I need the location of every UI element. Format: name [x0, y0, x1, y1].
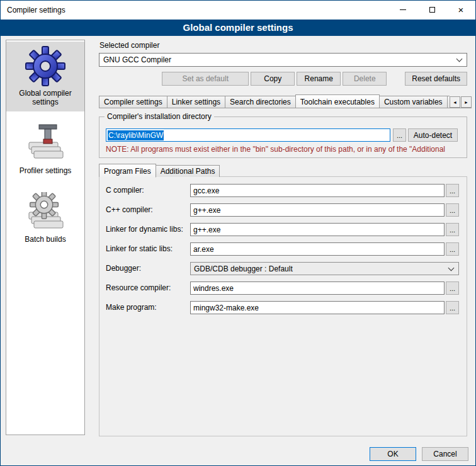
- compiler-dropdown-value: GNU GCC Compiler: [99, 55, 457, 64]
- close-icon: ×: [458, 5, 464, 14]
- programs-subtabstrip: Program Files Additional Paths: [99, 163, 467, 177]
- debugger-dropdown[interactable]: GDB/CDB debugger : Default: [190, 262, 459, 275]
- tabs-clip: Compiler settings Linker settings Search…: [99, 94, 450, 108]
- window-controls: ×: [388, 1, 475, 20]
- ok-button[interactable]: OK: [370, 447, 416, 461]
- batch-builds-icon: [25, 192, 65, 232]
- installation-directory-input[interactable]: C:\raylib\MinGW: [106, 128, 390, 142]
- compiler-settings-window: Compiler settings × Global compiler sett…: [0, 0, 476, 466]
- sidebar-item-global-compiler-settings[interactable]: Global compiler settings: [6, 42, 84, 111]
- cancel-button[interactable]: Cancel: [422, 447, 468, 461]
- c-compiler-label: C compiler:: [106, 184, 144, 197]
- tab-scroll-arrows: ◄ ►: [450, 96, 472, 108]
- rename-button[interactable]: Rename: [297, 72, 341, 86]
- titlebar: Compiler settings ×: [1, 1, 475, 20]
- settings-tabstrip: Compiler settings Linker settings Search…: [99, 94, 472, 108]
- settings-sidebar: Global compiler settings Profiler settin…: [6, 40, 85, 435]
- debugger-dropdown-value: GDB/CDB debugger : Default: [191, 264, 449, 273]
- c-compiler-browse-button[interactable]: ...: [446, 184, 459, 197]
- compiler-dropdown[interactable]: GNU GCC Compiler: [99, 53, 467, 67]
- sidebar-item-profiler-settings[interactable]: Profiler settings: [6, 119, 84, 180]
- chevron-down-icon: [456, 56, 463, 62]
- linker-static-input[interactable]: [190, 242, 445, 256]
- minimize-icon: [400, 9, 406, 10]
- make-program-input[interactable]: [190, 301, 445, 314]
- maximize-button[interactable]: [417, 1, 446, 19]
- tab-toolchain-executables[interactable]: Toolchain executables: [295, 94, 380, 108]
- installation-directory-group: Compiler's installation directory C:\ray…: [99, 116, 467, 158]
- cpp-compiler-browse-button[interactable]: ...: [446, 203, 459, 217]
- dialog-footer: OK Cancel: [1, 447, 476, 461]
- sidebar-item-label: Profiler settings: [8, 166, 83, 175]
- chevron-down-icon: [448, 264, 455, 271]
- set-as-default-button: Set as default: [162, 72, 249, 86]
- compiler-buttons: Set as default Copy Rename Delete Reset …: [99, 72, 467, 86]
- tab-scroll-left-button[interactable]: ◄: [450, 96, 460, 108]
- tab-compiler-settings[interactable]: Compiler settings: [99, 96, 167, 108]
- arrow-left-icon: ◄: [453, 100, 457, 105]
- close-button[interactable]: ×: [446, 1, 475, 19]
- linker-dynamic-browse-button[interactable]: ...: [446, 223, 459, 236]
- tab-scroll-right-button[interactable]: ►: [461, 96, 472, 108]
- sidebar-item-label: Global compiler settings: [8, 89, 83, 106]
- reset-defaults-button[interactable]: Reset defaults: [405, 72, 467, 86]
- cpp-compiler-label: C++ compiler:: [106, 203, 153, 217]
- arrow-right-icon: ►: [464, 100, 468, 105]
- installation-directory-value: C:\raylib\MinGW: [108, 130, 164, 140]
- cpp-compiler-input[interactable]: [190, 203, 445, 217]
- minimize-button[interactable]: [388, 1, 417, 19]
- linker-static-label: Linker for static libs:: [106, 242, 173, 256]
- program-files-panel: C compiler: ... C++ compiler: ... Linker…: [99, 176, 467, 436]
- resource-compiler-browse-button[interactable]: ...: [446, 281, 459, 295]
- maximize-icon: [429, 7, 435, 13]
- auto-detect-button[interactable]: Auto-detect: [408, 128, 458, 142]
- c-compiler-input[interactable]: [190, 184, 445, 197]
- resource-compiler-input[interactable]: [190, 281, 445, 295]
- subtab-additional-paths[interactable]: Additional Paths: [156, 165, 220, 177]
- subtab-program-files[interactable]: Program Files: [99, 164, 156, 178]
- copy-button[interactable]: Copy: [251, 72, 295, 86]
- tab-search-directories[interactable]: Search directories: [225, 96, 296, 108]
- dialog-banner: Global compiler settings: [1, 20, 475, 36]
- main-panel: Selected compiler GNU GCC Compiler Set a…: [99, 40, 472, 438]
- make-program-label: Make program:: [106, 301, 157, 314]
- make-program-browse-button[interactable]: ...: [446, 301, 459, 314]
- selected-compiler-label: Selected compiler: [99, 41, 159, 50]
- sidebar-item-label: Batch builds: [8, 235, 83, 244]
- tab-custom-variables[interactable]: Custom variables: [379, 96, 448, 108]
- sidebar-item-batch-builds[interactable]: Batch builds: [6, 188, 84, 249]
- gear-icon: [25, 46, 65, 86]
- linker-dynamic-label: Linker for dynamic libs:: [106, 223, 183, 236]
- delete-button: Delete: [343, 72, 387, 86]
- window-title: Compiler settings: [1, 6, 65, 14]
- directory-browse-button[interactable]: ...: [393, 128, 406, 142]
- directory-note: NOTE: All programs must exist either in …: [106, 145, 466, 154]
- profiler-icon: [25, 123, 65, 164]
- debugger-label: Debugger:: [106, 262, 141, 275]
- installation-directory-label: Compiler's installation directory: [105, 112, 214, 121]
- resource-compiler-label: Resource compiler:: [106, 281, 171, 295]
- linker-dynamic-input[interactable]: [190, 223, 445, 236]
- tab-linker-settings[interactable]: Linker settings: [167, 96, 225, 108]
- linker-static-browse-button[interactable]: ...: [446, 242, 459, 256]
